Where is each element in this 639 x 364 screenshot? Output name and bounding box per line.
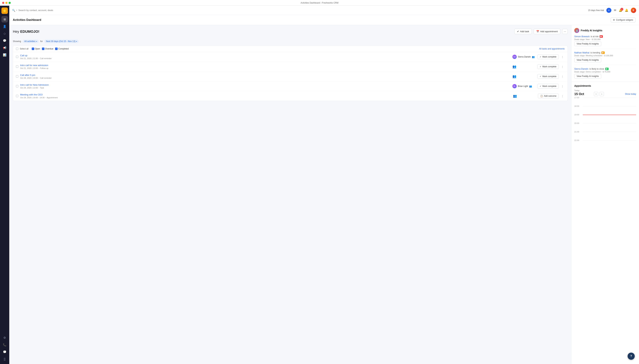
activity-info: Call after 5 pm Oct 28, 2020 | 19:00 • C… [20, 74, 511, 79]
window-title: Activities Dashboard : Freshworks CRM [301, 2, 338, 4]
assign-icon[interactable]: 👥 [529, 85, 532, 88]
mark-complete-btn[interactable]: ✓ Mark complete [537, 84, 559, 88]
add-appointment-btn[interactable]: 📅 Add appointment [534, 29, 560, 34]
row-menu-btn[interactable]: ⋮ [560, 65, 565, 69]
reports-icon: 📊 [3, 53, 7, 57]
sidebar-item-apps[interactable]: ⣿ [2, 356, 8, 362]
row-checkbox[interactable] [16, 75, 18, 78]
row-menu-btn[interactable]: ⋮ [560, 74, 565, 78]
search-dropdown-btn[interactable]: ▾ [16, 9, 17, 12]
insight-name[interactable]: Nathan Mathai [574, 51, 589, 54]
row-menu-btn[interactable]: ⋮ [560, 84, 565, 88]
add-outcome-btn[interactable]: 📋 Add outcome [538, 94, 559, 98]
today-label: Today [574, 90, 636, 92]
risk-flag-icon: ▶ [600, 35, 603, 38]
search-input[interactable] [18, 9, 54, 12]
time-slot: 20:00 [574, 123, 636, 132]
sidebar-item-support-chat[interactable]: 💭 [2, 349, 8, 355]
sidebar-item-deals[interactable]: ◇ [2, 30, 8, 37]
prev-date-btn[interactable]: ‹ [594, 92, 598, 96]
maximize-window-btn[interactable] [9, 2, 11, 4]
add-task-btn[interactable]: ✔ Add task [514, 29, 532, 34]
row-checkbox[interactable] [16, 95, 18, 97]
sidebar-item-campaigns[interactable]: 📢 [2, 44, 8, 51]
sidebar-item-settings[interactable]: ⚙ [2, 334, 8, 341]
risk-flag-icon: ▶ [605, 68, 608, 70]
sidebar-item-chat[interactable]: 💬 [2, 38, 8, 44]
appointments-section: Appointments Today 15 Oct ‹ › Show today… [571, 82, 639, 364]
insight-name[interactable]: Sierra Darwin [574, 68, 588, 70]
alerts-btn[interactable]: 🔔 [625, 8, 628, 12]
search-icon[interactable]: 🔍 [12, 9, 15, 12]
configure-widgets-btn[interactable]: ⚙ Configure widgets [611, 18, 635, 22]
email-icon-btn[interactable]: ✉ [614, 8, 616, 12]
activity-title[interactable]: Intro call for new admission [20, 64, 511, 66]
calendar-icon: 📅 [536, 30, 539, 33]
date-filter-chip[interactable]: Next 30 days (Oct 15 - Nov 13) ▾ [44, 40, 79, 43]
chat-icon: 💬 [3, 39, 7, 42]
row-menu-btn[interactable]: ⋮ [560, 94, 565, 98]
app-logo[interactable]: 🌟 [2, 8, 8, 14]
unassigned-icon[interactable]: 👥 [513, 94, 517, 98]
minimize-window-btn[interactable] [5, 2, 8, 4]
deal-value: $ 150,000 [592, 38, 600, 40]
next-date-btn[interactable]: › [600, 92, 604, 96]
activity-row: Call after 5 pm Oct 28, 2020 | 19:00 • C… [13, 72, 567, 82]
help-button[interactable]: ? [627, 352, 635, 360]
row-actions: ✓ Mark complete ⋮ [537, 74, 565, 79]
open-checkbox[interactable] [32, 48, 34, 50]
activity-title[interactable]: Call after 5 pm [20, 74, 511, 76]
row-actions: ✓ Mark complete ⋮ [537, 64, 565, 69]
list-header: Select all Open Overdue [13, 46, 567, 52]
current-time-indicator [583, 115, 636, 115]
completed-checkbox[interactable] [55, 48, 58, 50]
row-actions: ✓ Mark complete ⋮ [537, 84, 565, 88]
more-options-btn[interactable]: ⋯ [562, 29, 568, 34]
overdue-filter-tag[interactable]: Overdue [42, 48, 53, 50]
row-checkbox[interactable] [16, 65, 18, 68]
view-freddy-btn[interactable]: View Freddy AI insights [574, 74, 601, 78]
mark-complete-btn[interactable]: ✓ Mark complete [537, 74, 559, 79]
global-add-button[interactable]: + [606, 8, 611, 13]
time-divider [583, 98, 636, 98]
completed-filter-tag[interactable]: Completed [55, 48, 69, 50]
row-checkbox[interactable] [16, 85, 18, 88]
time-label: 20:00 [574, 122, 581, 124]
sidebar: 🌟 ⊞ 👤 ◇ 💬 📢 📊 ⚙ 📞 💭 [0, 6, 9, 364]
settings-icon: ⚙ [4, 336, 6, 340]
activity-filter-chip[interactable]: All activities ▾ [23, 40, 39, 43]
window-controls[interactable] [2, 2, 11, 4]
insight-name[interactable]: Simon Bowack [574, 35, 590, 38]
unassigned-icon[interactable]: 👥 [512, 65, 516, 68]
check-icon: ✓ [540, 85, 541, 88]
close-window-btn[interactable] [2, 2, 4, 4]
sidebar-item-contacts[interactable]: 👤 [2, 23, 8, 30]
activity-title[interactable]: Call up [20, 54, 511, 57]
check-icon: ✓ [540, 75, 541, 78]
user-avatar[interactable]: E [631, 8, 636, 13]
row-checkbox[interactable] [16, 56, 18, 58]
sidebar-item-home[interactable]: ⊞ [2, 16, 8, 22]
select-all-checkbox[interactable] [16, 48, 18, 50]
show-today-link[interactable]: Show today [625, 93, 636, 95]
unassigned-icon[interactable]: 👥 [512, 74, 516, 78]
activity-rows: Call up Oct 21, 2020 | 11:00 • Call remi… [13, 52, 567, 101]
activity-list: Select all Open Overdue [13, 46, 568, 101]
assign-icon[interactable]: 👥 [532, 56, 535, 58]
activity-datetime: Oct 29, 2020 | 13:00 [20, 87, 38, 89]
mark-complete-btn[interactable]: ✓ Mark complete [537, 64, 559, 69]
notifications-btn[interactable]: 🔔 2 [619, 8, 622, 12]
overdue-checkbox[interactable] [42, 48, 44, 50]
open-filter-tag[interactable]: Open [32, 48, 40, 50]
trial-badge: 15 days free trial [588, 9, 604, 12]
view-freddy-btn[interactable]: View Freddy AI insights [574, 42, 601, 46]
sidebar-item-phone[interactable]: 📞 [2, 342, 8, 348]
all-tasks-link[interactable]: All tasks and appointments [539, 48, 565, 50]
view-freddy-btn[interactable]: View Freddy AI insights [574, 58, 601, 62]
time-divider [583, 140, 636, 140]
row-menu-btn[interactable]: ⋮ [560, 55, 565, 59]
activity-title[interactable]: Meeting with the CEO [20, 93, 511, 96]
sidebar-item-reports[interactable]: 📊 [2, 52, 8, 58]
activity-title[interactable]: Intro call for New Admission [20, 84, 511, 86]
mark-complete-btn[interactable]: ✓ Mark complete [537, 54, 559, 59]
